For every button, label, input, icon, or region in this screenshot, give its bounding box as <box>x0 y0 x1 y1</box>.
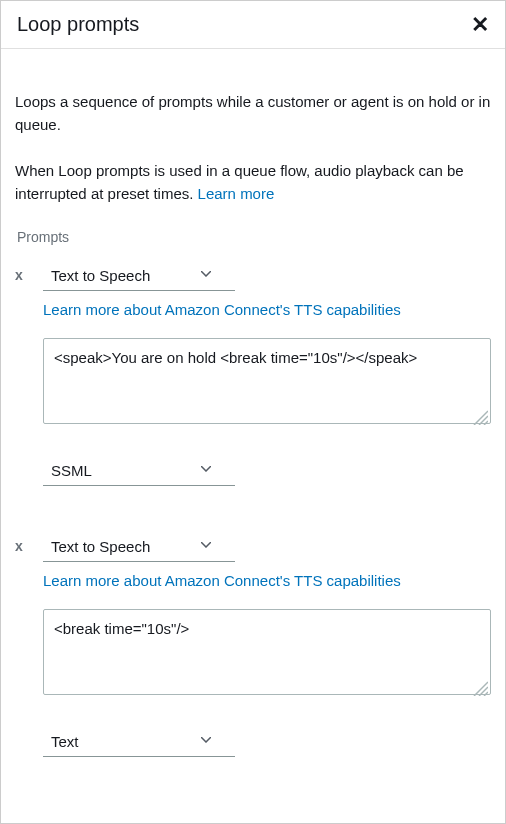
close-button[interactable]: ✕ <box>471 14 489 36</box>
prompt-format-value: SSML <box>51 462 92 479</box>
prompt-format-select[interactable]: Text <box>43 727 235 757</box>
prompt-type-value: Text to Speech <box>51 267 150 284</box>
panel-title: Loop prompts <box>17 13 139 36</box>
tts-capabilities-link[interactable]: Learn more about Amazon Connect's TTS ca… <box>43 301 401 318</box>
chevron-down-icon <box>201 466 211 476</box>
prompt-block: x Text to Speech Learn more about Amazon… <box>15 261 491 496</box>
panel-header: Loop prompts ✕ <box>1 1 505 49</box>
prompts-section-label: Prompts <box>15 229 491 245</box>
learn-more-link[interactable]: Learn more <box>198 185 275 202</box>
remove-prompt-button[interactable]: x <box>15 532 39 554</box>
prompt-format-value: Text <box>51 733 79 750</box>
prompt-format-select[interactable]: SSML <box>43 456 235 486</box>
description-para-2: When Loop prompts is used in a queue flo… <box>15 160 491 205</box>
panel-content: Loops a sequence of prompts while a cust… <box>1 49 505 819</box>
prompt-text-input[interactable] <box>43 609 491 695</box>
prompt-type-select[interactable]: Text to Speech <box>43 532 235 562</box>
chevron-down-icon <box>201 542 211 552</box>
prompt-type-value: Text to Speech <box>51 538 150 555</box>
tts-capabilities-link[interactable]: Learn more about Amazon Connect's TTS ca… <box>43 572 401 589</box>
chevron-down-icon <box>201 271 211 281</box>
description-para-1: Loops a sequence of prompts while a cust… <box>15 91 491 136</box>
prompt-block: x Text to Speech Learn more about Amazon… <box>15 532 491 767</box>
close-icon: ✕ <box>471 12 489 37</box>
chevron-down-icon <box>201 737 211 747</box>
remove-prompt-button[interactable]: x <box>15 261 39 283</box>
prompt-type-select[interactable]: Text to Speech <box>43 261 235 291</box>
prompt-text-input[interactable] <box>43 338 491 424</box>
